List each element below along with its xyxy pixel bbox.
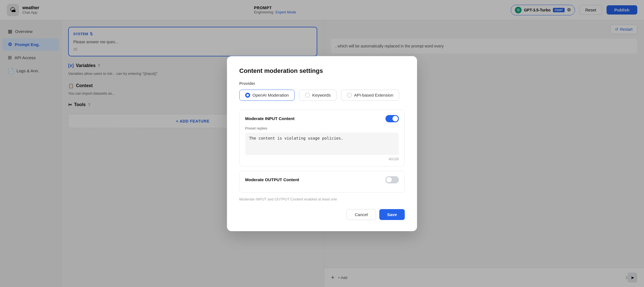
output-card-header: Moderate OUTPUT Content <box>245 176 399 183</box>
input-card-header: Moderate INPUT Content <box>245 115 399 122</box>
output-content-toggle[interactable] <box>385 176 399 183</box>
moderation-note: Moderate INPUT and OUTPUT Content enable… <box>239 197 405 201</box>
input-content-title: Moderate INPUT Content <box>245 116 295 121</box>
input-content-card: Moderate INPUT Content Preset replies 40… <box>239 110 405 166</box>
modal-actions: Cancel Save <box>239 209 405 220</box>
provider-openai[interactable]: OpenAI Moderation <box>239 90 295 101</box>
provider-label: Provider <box>239 81 405 86</box>
radio-keywords <box>305 93 310 98</box>
provider-api-ext-label: API-based Extension <box>354 93 393 97</box>
cancel-button[interactable]: Cancel <box>347 209 376 220</box>
save-button[interactable]: Save <box>379 209 405 220</box>
provider-api-ext[interactable]: API-based Extension <box>341 90 399 101</box>
provider-openai-label: OpenAI Moderation <box>252 93 289 97</box>
modal-title: Content moderation settings <box>239 67 405 75</box>
modal-overlay: Content moderation settings Provider Ope… <box>0 0 644 287</box>
preset-replies-char-count: 40/100 <box>245 157 399 161</box>
provider-keywords-label: Keywords <box>312 93 331 97</box>
preset-replies-label: Preset replies <box>245 126 399 130</box>
preset-replies-input[interactable] <box>245 133 399 155</box>
content-moderation-modal: Content moderation settings Provider Ope… <box>227 56 417 231</box>
provider-keywords[interactable]: Keywords <box>299 90 337 101</box>
output-content-card: Moderate OUTPUT Content <box>239 171 405 193</box>
output-content-title: Moderate OUTPUT Content <box>245 177 299 182</box>
input-content-toggle[interactable] <box>385 115 399 122</box>
radio-openai <box>245 93 250 98</box>
radio-api-ext <box>347 93 352 98</box>
provider-options: OpenAI Moderation Keywords API-based Ext… <box>239 90 405 101</box>
